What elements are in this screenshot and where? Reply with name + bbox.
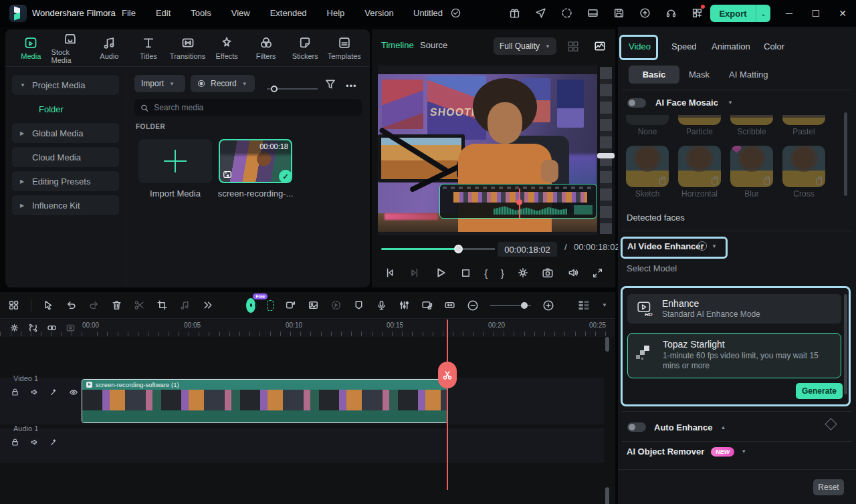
sidebar-item-folder[interactable]: Folder <box>12 99 119 119</box>
audio-mixer-icon[interactable] <box>399 299 410 311</box>
subtab-ai-matting[interactable]: AI Matting <box>729 70 768 80</box>
menu-file[interactable]: File <box>122 8 136 18</box>
tab-titles[interactable]: Titles <box>130 36 168 60</box>
mosaic-option-particle[interactable]: Particle <box>678 115 721 136</box>
model-card-enhance[interactable]: HD Enhance Standard AI Enhance Mode <box>627 294 841 324</box>
split-scissors-icon[interactable] <box>134 299 145 311</box>
filter-icon[interactable] <box>324 78 336 90</box>
apps-grid-icon[interactable] <box>689 5 704 20</box>
menu-version[interactable]: Version <box>364 8 393 18</box>
mosaic-option-scribble[interactable]: Scribble <box>730 115 773 136</box>
vertical-scrollbar-thumb[interactable] <box>605 487 609 504</box>
menu-edit[interactable]: Edit <box>156 8 171 18</box>
reset-button[interactable]: Reset <box>813 479 844 495</box>
scopes-icon[interactable] <box>594 40 606 52</box>
fullscreen-icon[interactable] <box>592 267 603 279</box>
track-manager-icon[interactable] <box>577 299 591 312</box>
preview-scrollbar-thumb[interactable] <box>597 153 615 158</box>
save-icon[interactable] <box>611 5 626 20</box>
zoom-out-icon[interactable] <box>467 299 479 311</box>
snapshot-camera-icon[interactable] <box>542 267 554 279</box>
undo-icon[interactable] <box>66 299 77 311</box>
menu-help[interactable]: Help <box>327 8 345 18</box>
mosaic-option-blur[interactable]: Blur <box>730 146 773 199</box>
media-browser-icon[interactable] <box>8 299 19 311</box>
lock-track-icon[interactable] <box>11 388 19 397</box>
export-button[interactable]: Export <box>710 5 756 22</box>
tab-filters[interactable]: Filters <box>247 36 285 60</box>
panel-scrollbar-thumb[interactable] <box>844 294 847 394</box>
marker-icon[interactable] <box>353 299 364 311</box>
export-dropdown-caret[interactable]: ⌄ <box>756 5 770 22</box>
ai-copilot-icon[interactable]: Free <box>246 298 255 313</box>
redo-icon[interactable] <box>88 299 100 311</box>
ai-face-mosaic-toggle[interactable] <box>627 98 646 108</box>
subtab-basic[interactable]: Basic <box>629 66 679 84</box>
track-manager-caret[interactable]: ▼ <box>602 302 607 308</box>
track-magic-icon[interactable] <box>49 388 58 397</box>
fit-timeline-icon[interactable] <box>444 299 455 311</box>
model-card-topaz-starlight[interactable]: Topaz Starlight 1-minute 60 fps video li… <box>627 333 841 378</box>
mosaic-tool-icon[interactable] <box>267 300 274 311</box>
subtab-mask[interactable]: Mask <box>689 70 710 80</box>
playback-settings-icon[interactable] <box>517 267 529 279</box>
window-minimize-button[interactable]: ─ <box>774 0 804 27</box>
search-input[interactable] <box>154 103 356 112</box>
render-preview-icon[interactable] <box>330 299 342 311</box>
window-maximize-button[interactable]: ☐ <box>801 0 831 27</box>
menu-view[interactable]: View <box>231 8 250 18</box>
sidebar-item-editing-presets[interactable]: ▶ Editing Presets <box>12 171 119 191</box>
tab-preview-timeline[interactable]: Timeline <box>381 40 414 50</box>
tab-preview-source[interactable]: Source <box>420 40 447 50</box>
tab-transitions[interactable]: Transitions <box>169 36 207 60</box>
hide-track-eye-icon[interactable] <box>69 388 78 397</box>
screen-record-icon[interactable] <box>421 299 433 311</box>
media-search[interactable] <box>134 99 362 116</box>
preview-layout-icon[interactable] <box>567 40 579 52</box>
tab-stickers[interactable]: Stickers <box>286 36 324 60</box>
previous-frame-button[interactable] <box>384 267 396 279</box>
audio-tools-icon[interactable] <box>179 299 191 311</box>
sync-spinner-icon[interactable] <box>559 5 574 20</box>
select-cursor-icon[interactable] <box>43 299 54 311</box>
delete-icon[interactable] <box>111 299 122 311</box>
panel-scrollbar-thumb[interactable] <box>844 112 847 196</box>
window-close-button[interactable]: ✕ <box>828 0 856 27</box>
mark-out-button[interactable]: } <box>501 267 504 279</box>
thumbnail-size-slider[interactable] <box>267 88 318 90</box>
help-icon[interactable]: ? <box>698 241 707 251</box>
mosaic-option-sketch[interactable]: Sketch <box>626 146 669 199</box>
tab-video[interactable]: Video <box>629 41 651 51</box>
audio-track-lane[interactable] <box>0 428 604 463</box>
ai-video-enhancer-label[interactable]: AI Video Enhancer <box>627 241 704 251</box>
export-frame-icon[interactable] <box>308 299 319 311</box>
tab-stock-media[interactable]: Stock Media <box>51 32 90 64</box>
mosaic-option-horizontal[interactable]: Horizontal <box>678 146 721 199</box>
generate-button[interactable]: Generate <box>796 383 843 399</box>
crop-icon[interactable] <box>156 299 168 311</box>
mosaic-option-pastel[interactable]: Pastel <box>782 115 825 136</box>
more-tools-icon[interactable] <box>202 299 213 311</box>
auto-enhance-toggle[interactable] <box>627 422 646 432</box>
menu-tools[interactable]: Tools <box>191 8 211 18</box>
zoom-in-icon[interactable] <box>542 299 554 311</box>
tab-audio[interactable]: Audio <box>90 36 128 60</box>
playhead[interactable] <box>447 320 448 490</box>
video-preview[interactable]: SHOOTER <box>378 66 597 235</box>
gift-icon[interactable] <box>507 5 522 20</box>
media-clip-thumbnail[interactable]: 00:00:18 ✓ <box>219 139 292 183</box>
tab-effects[interactable]: Effects <box>208 36 246 60</box>
playhead-scissors-button[interactable] <box>438 362 457 388</box>
lock-track-icon[interactable] <box>11 438 19 447</box>
collapse-caret-icon[interactable]: ▼ <box>741 449 746 455</box>
collapse-caret-icon[interactable]: ▲ <box>720 424 726 430</box>
timeline-zoom-slider[interactable] <box>490 305 531 306</box>
sidebar-item-influence-kit[interactable]: ▶ Influence Kit <box>12 195 119 215</box>
progress-handle[interactable] <box>454 245 463 253</box>
stop-button[interactable] <box>460 267 471 279</box>
split-clip-icon[interactable] <box>285 299 296 311</box>
upload-cloud-icon[interactable] <box>637 5 652 20</box>
import-dropdown-button[interactable]: Import▼ <box>134 75 185 92</box>
tab-speed[interactable]: Speed <box>671 41 697 51</box>
share-icon[interactable] <box>533 5 548 20</box>
